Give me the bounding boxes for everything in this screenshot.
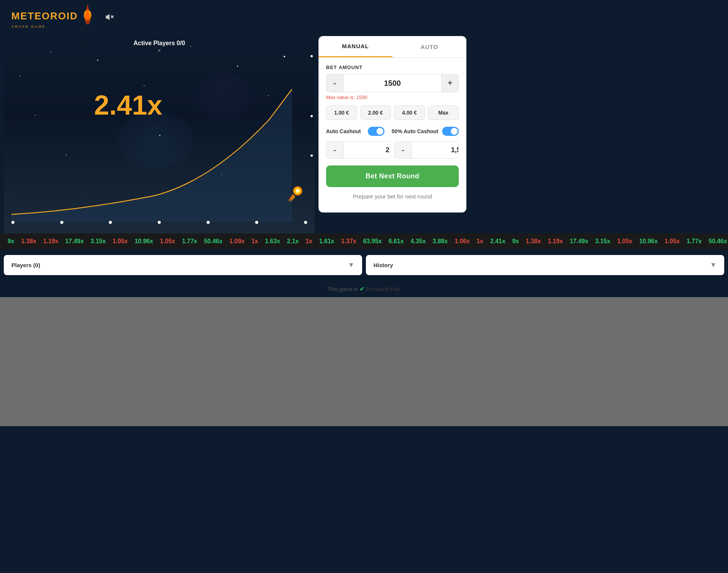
tab-auto[interactable]: AUTO — [392, 36, 466, 57]
players-panel[interactable]: Players (0) ▼ — [4, 255, 362, 275]
ticker-item: 1.09x — [229, 238, 245, 245]
ticker-item: 50.46x — [204, 238, 223, 245]
max-value-text: Max value is: 1500 — [326, 94, 459, 100]
cashout-50-stepper: - + — [394, 141, 459, 159]
game-wrapper: Active Players 0/0 × 2.41x — [0, 36, 728, 233]
cashout-minus-button[interactable]: - — [326, 142, 343, 158]
close-button[interactable]: × — [158, 47, 161, 54]
cashout-right: 50% Auto Cashout — [392, 127, 459, 136]
bet-amount-label: BET AMOUNT — [326, 65, 459, 70]
bet-tabs: MANUAL AUTO — [318, 36, 466, 58]
ticker-item: 1.06x — [455, 238, 470, 245]
bet-minus-button[interactable]: - — [326, 74, 344, 92]
ticker-item: 17.49x — [570, 238, 588, 245]
auto-cashout-toggle[interactable] — [368, 127, 384, 136]
svg-marker-2 — [85, 4, 90, 14]
ticker-item: 1x — [477, 238, 483, 245]
footer-dark — [0, 426, 728, 502]
logo-text: METEOROID — [11, 10, 78, 22]
ticker-item: 1x — [306, 238, 312, 245]
auto-cashout-50-label: 50% Auto Cashout — [392, 128, 438, 134]
provably-fair-badge[interactable]: ✔ Provably Fair — [359, 285, 400, 293]
players-label: Players (0) — [11, 262, 40, 268]
ticker-item: 1.19x — [548, 238, 563, 245]
provably-fair-label: Provably Fair — [367, 286, 400, 292]
cashout-stepper: - + — [326, 141, 391, 159]
ticker-item: 10.96x — [639, 238, 658, 245]
stepper-row: - + - + — [326, 141, 459, 159]
ticker-item: 1.77x — [182, 238, 197, 245]
cashout-50-value-input[interactable] — [411, 142, 459, 158]
quick-bet-max[interactable]: Max — [428, 105, 459, 120]
history-panel[interactable]: History ▼ — [366, 255, 724, 275]
ticker-item: 1.19x — [43, 238, 58, 245]
ticker-inner: 9x1.38x1.19x17.49x3.15x1.05x10.96x1.05x1… — [0, 238, 728, 245]
game-canvas: Active Players 0/0 × 2.41x — [4, 36, 315, 233]
quick-bet-3[interactable]: 4.00 € — [394, 105, 425, 120]
ticker-item: 1.05x — [113, 238, 128, 245]
bet-plus-button[interactable]: + — [441, 74, 459, 92]
ticker-item: 3.15x — [91, 238, 106, 245]
ticker-item: 9x — [512, 238, 519, 245]
ticker-item: 2.41x — [490, 238, 505, 245]
ticker-item: 1x — [251, 238, 258, 245]
ticker-item: 63.95x — [363, 238, 382, 245]
ticker-item: 1.77x — [687, 238, 702, 245]
ticker-item: 1.38x — [526, 238, 541, 245]
history-label: History — [373, 262, 393, 268]
quick-bet-row: 1.00 € 2.00 € 4.00 € Max — [326, 105, 459, 120]
cashout-row: Auto Cashout 50% Auto Cashout — [326, 127, 459, 136]
svg-point-9 — [296, 189, 300, 193]
meteor-icon — [80, 4, 95, 25]
ticker-item: 9x — [8, 238, 14, 245]
ticker-item: 17.49x — [65, 238, 84, 245]
quick-bet-1[interactable]: 1.00 € — [326, 105, 357, 120]
auto-cashout-50-toggle[interactable] — [442, 127, 459, 136]
svg-marker-4 — [106, 14, 110, 20]
meteoroid-rocket — [286, 183, 305, 202]
active-players: Active Players 0/0 — [133, 40, 185, 47]
auto-cashout-label: Auto Cashout — [326, 128, 361, 134]
ticker-item: 3.15x — [595, 238, 610, 245]
prepare-text: Prepare your bet for next round — [326, 193, 459, 206]
bet-amount-input[interactable] — [344, 74, 441, 92]
svg-point-3 — [85, 13, 90, 19]
ticker-item: 2.1x — [287, 238, 299, 245]
cashout-50-minus-button[interactable]: - — [395, 142, 411, 158]
ticker-item: 10.96x — [135, 238, 153, 245]
ticker-item: 1.37x — [341, 238, 356, 245]
timeline — [11, 221, 307, 224]
mute-icon — [104, 12, 115, 22]
ticker-item: 50.46x — [709, 238, 727, 245]
header: METEOROID CRASH GAME — [0, 0, 728, 36]
ticker-item: 1.05x — [665, 238, 680, 245]
bet-panel-body: BET AMOUNT - + Max value is: 1500 1.00 €… — [318, 58, 466, 213]
provably-fair-text: This game is — [328, 286, 358, 292]
players-chevron-icon: ▼ — [348, 261, 355, 269]
history-chevron-icon: ▼ — [710, 261, 717, 269]
logo-sub: CRASH GAME — [11, 25, 46, 28]
cashout-value-input[interactable] — [343, 142, 391, 158]
bet-input-row: - + — [326, 74, 459, 92]
ticker-item: 6.61x — [389, 238, 404, 245]
provably-fair: This game is ✔ Provably Fair — [0, 281, 728, 297]
ticker-item: 4.35x — [411, 238, 426, 245]
mute-button[interactable] — [103, 11, 116, 25]
quick-bet-2[interactable]: 2.00 € — [360, 105, 391, 120]
ticker-item: 1.63x — [265, 238, 280, 245]
trajectory-curve — [4, 89, 315, 222]
bet-next-round-button[interactable]: Bet Next Round — [326, 165, 459, 187]
ticker-item: 1.05x — [617, 238, 632, 245]
lower-area — [0, 297, 728, 426]
ticker-bar: 9x1.38x1.19x17.49x3.15x1.05x10.96x1.05x1… — [0, 233, 728, 249]
ticker-item: 1.05x — [160, 238, 175, 245]
tab-manual[interactable]: MANUAL — [318, 36, 392, 57]
shield-icon: ✔ — [359, 285, 364, 293]
logo: METEOROID CRASH GAME — [11, 8, 95, 28]
ticker-item: 1.61x — [319, 238, 334, 245]
bottom-panels: Players (0) ▼ History ▼ — [0, 249, 728, 281]
ticker-item: 1.38x — [21, 238, 36, 245]
ticker-item: 3.88x — [433, 238, 448, 245]
bet-panel: MANUAL AUTO BET AMOUNT - + Max value is:… — [318, 36, 466, 213]
